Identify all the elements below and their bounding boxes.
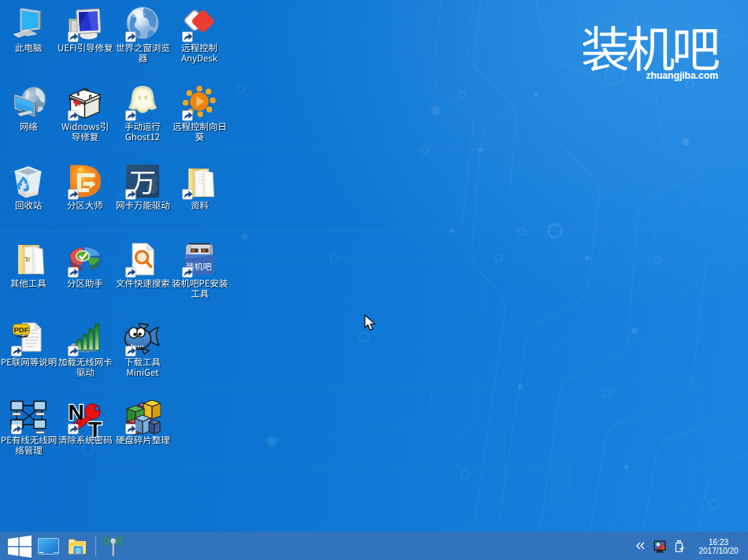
svg-text:PDF: PDF <box>14 325 29 334</box>
